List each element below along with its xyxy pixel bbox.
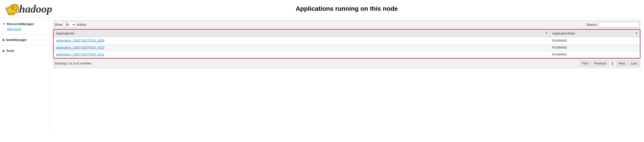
svg-point-3: [16, 6, 17, 7]
content-area: Show 20 10 25 50 100 entries Search:: [50, 18, 644, 130]
application-state-column-header[interactable]: ApplicationState ⇅: [550, 30, 640, 37]
current-page-number: 1: [610, 61, 615, 66]
main-layout: ▼ ResourceManager RM Home ▶ NodeManager …: [0, 18, 644, 130]
logo-area: hadoop: [4, 2, 54, 15]
tools-section: ▶ Tools: [0, 47, 49, 55]
application-state-cell: RUNNING: [550, 37, 640, 44]
svg-point-2: [10, 4, 14, 9]
application-id-cell: application_1583718275529_4309: [54, 37, 550, 44]
tools-label: Tools: [6, 49, 14, 53]
resource-manager-label: ResourceManager: [7, 22, 34, 26]
first-page-button[interactable]: First: [580, 61, 591, 66]
tools-header[interactable]: ▶ Tools: [3, 48, 46, 54]
table-row: application_1583718275529_4311RUNNING: [54, 51, 640, 58]
application-id-link[interactable]: application_1583718275529_4310: [56, 46, 104, 49]
page-header: hadoop Applications running on this node: [0, 0, 644, 18]
application-state-cell: RUNNING: [550, 51, 640, 58]
showing-text: Showing 1 to 3 of 3 entries: [54, 62, 92, 65]
svg-rect-6: [12, 13, 14, 15]
show-entries-control: Show 20 10 25 50 100 entries: [54, 22, 86, 27]
next-page-button[interactable]: Next: [616, 61, 628, 66]
application-id-cell: application_1583718275529_4310: [54, 44, 550, 51]
resource-manager-arrow-icon: ▼: [3, 22, 6, 25]
application-id-cell: application_1583718275529_4311: [54, 51, 550, 58]
application-state-sort-icon: ⇅: [635, 32, 638, 35]
search-input[interactable]: [599, 22, 639, 27]
table-header-row: ApplicationId ⬆ ApplicationState ⇅: [54, 30, 640, 37]
svg-rect-5: [10, 13, 12, 15]
search-label: Search:: [587, 23, 598, 26]
sidebar-divider-2: [0, 45, 49, 46]
node-manager-section: ▶ NodeManager: [0, 36, 49, 44]
application-id-link[interactable]: application_1583718275529_4311: [56, 53, 104, 56]
application-id-link[interactable]: application_1583718275529_4309: [56, 39, 104, 42]
hadoop-logo-text: hadoop: [19, 3, 52, 15]
tools-arrow-icon: ▶: [3, 49, 5, 52]
pagination-controls: First Previous 1 Next Last: [580, 61, 639, 66]
entries-per-page-select[interactable]: 20 10 25 50 100: [64, 22, 76, 27]
last-page-button[interactable]: Last: [628, 61, 639, 66]
sidebar: ▼ ResourceManager RM Home ▶ NodeManager …: [0, 18, 50, 130]
entries-label: entries: [77, 23, 86, 26]
previous-page-button[interactable]: Previous: [592, 61, 609, 66]
table-row: application_1583718275529_4310RUNNING: [54, 44, 640, 51]
table-red-outline: ApplicationId ⬆ ApplicationState ⇅ appli…: [53, 29, 640, 59]
hadoop-elephant-icon: [4, 2, 19, 15]
table-footer: Showing 1 to 3 of 3 entries First Previo…: [53, 59, 640, 68]
page-title: Applications running on this node: [54, 5, 640, 12]
table-row: application_1583718275529_4309RUNNING: [54, 37, 640, 44]
applications-table: ApplicationId ⬆ ApplicationState ⇅ appli…: [54, 30, 640, 58]
resource-manager-section: ▼ ResourceManager RM Home: [0, 20, 49, 33]
application-state-cell: RUNNING: [550, 44, 640, 51]
rm-home-link[interactable]: RM Home: [3, 27, 46, 32]
show-label: Show: [54, 23, 62, 26]
resource-manager-header[interactable]: ▼ ResourceManager: [3, 21, 46, 27]
table-controls-top: Show 20 10 25 50 100 entries Search:: [53, 20, 640, 29]
node-manager-arrow-icon: ▶: [3, 38, 5, 41]
node-manager-header[interactable]: ▶ NodeManager: [3, 37, 46, 43]
application-id-column-header[interactable]: ApplicationId ⬆: [54, 30, 550, 37]
node-manager-label: NodeManager: [6, 38, 27, 42]
svg-rect-4: [8, 13, 10, 15]
search-area: Search:: [587, 22, 639, 27]
application-id-sort-icon: ⬆: [545, 32, 548, 35]
